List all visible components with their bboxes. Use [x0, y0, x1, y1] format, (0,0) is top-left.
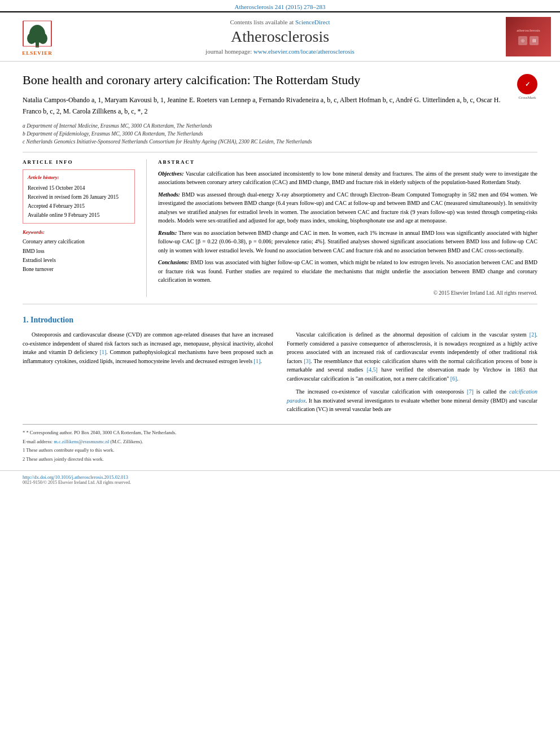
keywords-section: Keywords: Coronary artery calcification …	[23, 229, 135, 274]
introduction-section: 1. Introduction Osteoporosis and cardiov…	[23, 304, 537, 470]
ref-2[interactable]: [2]	[530, 331, 536, 338]
authors-line: Natalia Campos-Obando a, 1, Maryam Kavou…	[23, 94, 511, 117]
keyword-1: Coronary artery calcification	[23, 237, 135, 246]
thumb-icon-1: ◎	[518, 36, 527, 45]
article-history-box: Article history: Received 15 October 201…	[23, 169, 135, 224]
keywords-title: Keywords:	[23, 229, 135, 235]
article-info-column: ARTICLE INFO Article history: Received 1…	[23, 159, 147, 298]
results-label: Results:	[158, 230, 178, 236]
sciencedirect-label: Contents lists available at	[230, 19, 294, 25]
homepage-label: journal homepage:	[205, 48, 252, 55]
abstract-objectives: Objectives: Vascular calcification has b…	[158, 169, 537, 187]
abstract-label: ABSTRACT	[158, 159, 537, 165]
calcification-paradox-term: calcification paradox	[287, 388, 537, 404]
svg-point-3	[38, 33, 47, 44]
ref-1b[interactable]: [1]	[254, 358, 261, 364]
thumb-title: atherosclerosis	[517, 28, 540, 33]
citation-text: Atherosclerosis 241 (2015) 278–283	[234, 3, 325, 10]
article-title: Bone health and coronary artery calcific…	[23, 73, 511, 88]
footnote-note1: 1 These authors contribute equally to th…	[23, 447, 537, 454]
ref-6[interactable]: [6]	[450, 375, 457, 382]
affiliation-c: c Netherlands Genomics Initiative-Sponso…	[23, 138, 511, 146]
email-label: E-mail address:	[23, 439, 53, 444]
article-info-label: ARTICLE INFO	[23, 159, 135, 165]
article-history-title: Article history:	[28, 173, 130, 181]
received-date: Received 15 October 2014	[28, 184, 130, 193]
ref-1[interactable]: [1]	[100, 349, 107, 355]
journal-center: Contents lists available at ScienceDirec…	[72, 19, 488, 55]
footnote-corresponding: * * Corresponding author. PO Box 2040, 3…	[23, 429, 537, 436]
email-suffix: (M.C. Zillikens).	[111, 439, 143, 444]
journal-header: ELSEVIER Contents lists available at Sci…	[0, 11, 560, 62]
intro-right-para1: Vascular calcification is defined as the…	[287, 330, 537, 383]
methods-text: BMD was assessed through dual-energy X-r…	[158, 191, 537, 224]
conclusions-label: Conclusions:	[158, 259, 190, 265]
journal-thumb-area: atherosclerosis ◎ ▤	[495, 17, 551, 56]
ref-7[interactable]: [7]	[467, 388, 474, 395]
intro-section-title: 1. Introduction	[23, 316, 537, 325]
intro-right-para2: The increased co-existence of vascular c…	[287, 387, 537, 414]
thumb-icons: ◎ ▤	[518, 36, 539, 45]
issn-line: 0021-9150/© 2015 Elsevier Ireland Ltd. A…	[23, 480, 537, 485]
elsevier-brand: ELSEVIER	[22, 50, 53, 56]
homepage-line: journal homepage: www.elsevier.com/locat…	[72, 48, 488, 55]
crossmark-label: CrossMark	[518, 95, 536, 100]
crossmark-badge: ✓	[517, 74, 537, 94]
article-title-section: Bone health and coronary artery calcific…	[23, 62, 537, 152]
corresponding-text: * Corresponding author. PO Box 2040, 300…	[26, 430, 176, 435]
methods-label: Methods:	[158, 191, 182, 198]
received-revised-date: Received in revised form 26 January 2015	[28, 193, 130, 202]
results-text: There was no association between BMD cha…	[158, 230, 537, 254]
keyword-2: BMD loss	[23, 247, 135, 256]
journal-citation: Atherosclerosis 241 (2015) 278–283	[0, 0, 560, 11]
info-abstract-section: ARTICLE INFO Article history: Received 1…	[23, 152, 537, 305]
intro-left-col: Osteoporosis and cardiovascular disease …	[23, 330, 273, 418]
keyword-3: Estradiol levels	[23, 256, 135, 265]
abstract-results: Results: There was no association betwee…	[158, 229, 537, 255]
journal-thumbnail: atherosclerosis ◎ ▤	[506, 17, 551, 56]
main-content: Bone health and coronary artery calcific…	[0, 62, 560, 470]
affiliations: a Department of Internal Medicine, Erasm…	[23, 122, 511, 146]
ref-3[interactable]: [3]	[304, 358, 310, 364]
abstract-conclusions: Conclusions: BMD loss was associated wit…	[158, 258, 537, 285]
journal-title: Atherosclerosis	[72, 28, 488, 46]
abstract-column: ABSTRACT Objectives: Vascular calcificat…	[147, 159, 537, 298]
elsevier-tree-icon	[20, 18, 54, 49]
footnote-area: * * Corresponding author. PO Box 2040, 3…	[23, 424, 537, 463]
crossmark-area: ✓ CrossMark	[517, 74, 537, 100]
accepted-date: Accepted 4 February 2015	[28, 202, 130, 211]
svg-text:✓: ✓	[525, 81, 530, 88]
objectives-label: Objectives:	[158, 171, 186, 177]
objectives-text: Vascular calcification has been associat…	[158, 171, 537, 186]
email-link[interactable]: m.c.zillikens@erasmusmc.nl	[54, 439, 109, 444]
sciencedirect-line: Contents lists available at ScienceDirec…	[72, 19, 488, 25]
keyword-4: Bone turnover	[23, 265, 135, 274]
affiliation-a: a Department of Internal Medicine, Erasm…	[23, 122, 511, 130]
affiliation-b: b Department of Epidemiology, Erasmus MC…	[23, 130, 511, 138]
intro-two-col: Osteoporosis and cardiovascular disease …	[23, 330, 537, 418]
conclusions-text: BMD loss was associated with higher foll…	[158, 259, 537, 283]
keywords-list: Coronary artery calcification BMD loss E…	[23, 237, 135, 274]
crossmark-icon: ✓	[520, 77, 534, 91]
sciencedirect-link[interactable]: ScienceDirect	[295, 19, 330, 25]
footnote-email-line: E-mail address: m.c.zillikens@erasmusmc.…	[23, 438, 537, 445]
ref-45[interactable]: [4,5]	[367, 366, 378, 373]
svg-point-2	[27, 33, 36, 44]
available-online-date: Available online 9 February 2015	[28, 211, 130, 220]
bottom-bar: http://dx.doi.org/10.1016/j.atherosclero…	[0, 470, 560, 490]
intro-right-col: Vascular calcification is defined as the…	[287, 330, 537, 418]
copyright-line: © 2015 Elsevier Ireland Ltd. All rights …	[158, 289, 537, 298]
homepage-link[interactable]: www.elsevier.com/locate/atherosclerosis	[253, 48, 355, 55]
doi-link[interactable]: http://dx.doi.org/10.1016/j.atherosclero…	[23, 474, 537, 480]
abstract-text: Objectives: Vascular calcification has b…	[158, 169, 537, 298]
abstract-methods: Methods: BMD was assessed through dual-e…	[158, 190, 537, 225]
elsevier-logo-area: ELSEVIER	[9, 18, 65, 56]
intro-left-para1: Osteoporosis and cardiovascular disease …	[23, 330, 273, 365]
footnote-note2: 2 These authors jointly directed this wo…	[23, 456, 537, 463]
thumb-icon-2: ▤	[530, 36, 539, 45]
elsevier-logo: ELSEVIER	[20, 18, 54, 56]
